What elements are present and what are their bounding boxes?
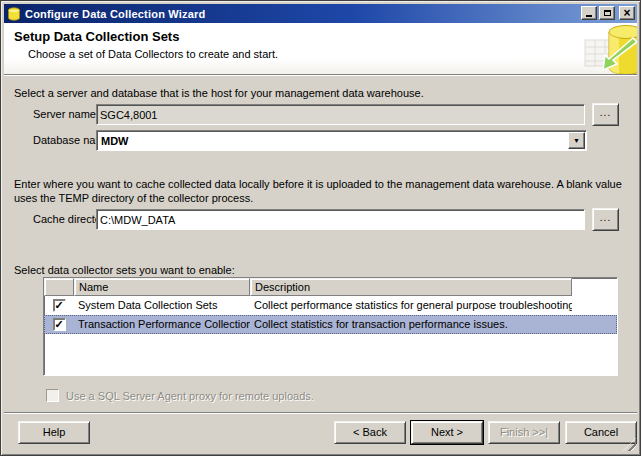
next-button[interactable]: Next >	[411, 421, 483, 444]
title-bar[interactable]: Configure Data Collection Wizard ×	[4, 4, 637, 23]
database-download-icon	[579, 24, 637, 74]
chevron-down-icon[interactable]: ▼	[568, 132, 585, 149]
proxy-checkbox	[46, 389, 59, 402]
row-checkbox[interactable]: ✓	[53, 318, 66, 331]
row-checkbox-cell: ✓	[44, 296, 74, 315]
row-name: System Data Collection Sets	[74, 296, 250, 315]
minimize-button[interactable]	[581, 6, 597, 20]
close-icon: ×	[623, 7, 630, 19]
server-instruction: Select a server and database that is the…	[14, 86, 614, 100]
close-button[interactable]: ×	[619, 6, 635, 20]
wizard-window: Configure Data Collection Wizard × Setup…	[0, 0, 641, 456]
row-description: Collect statistics for transaction perfo…	[250, 315, 572, 334]
back-button[interactable]: < Back	[334, 421, 406, 444]
column-header-name[interactable]: Name	[74, 278, 250, 296]
proxy-checkbox-row: Use a SQL Server Agent proxy for remote …	[46, 389, 314, 402]
cancel-button[interactable]: Cancel	[565, 421, 637, 444]
page-subtitle: Choose a set of Data Collectors to creat…	[28, 48, 278, 60]
column-header-checkbox[interactable]	[44, 278, 74, 296]
collector-table[interactable]: Name Description ✓System Data Collection…	[43, 277, 618, 376]
cache-directory-input[interactable]	[96, 209, 585, 230]
row-description: Collect performance statistics for gener…	[250, 296, 572, 315]
server-name-input[interactable]	[96, 104, 585, 125]
help-button[interactable]: Help	[18, 421, 90, 444]
collector-instruction: Select data collector sets you want to e…	[14, 263, 235, 277]
server-browse-button[interactable]: ...	[592, 103, 619, 126]
maximize-icon	[604, 10, 611, 16]
page-title: Setup Data Collection Sets	[14, 29, 179, 44]
database-icon	[7, 7, 21, 21]
header-divider	[4, 74, 637, 76]
row-checkbox[interactable]: ✓	[53, 299, 66, 312]
table-row[interactable]: ✓System Data Collection SetsCollect perf…	[44, 296, 617, 315]
minimize-icon	[586, 15, 592, 17]
proxy-checkbox-label: Use a SQL Server Agent proxy for remote …	[66, 390, 314, 402]
database-name-combobox[interactable]: MDW ▼	[96, 130, 587, 151]
wizard-header: Setup Data Collection Sets Choose a set …	[4, 23, 637, 74]
cache-instruction: Enter where you want to cache collected …	[14, 177, 626, 205]
database-name-value: MDW	[97, 135, 568, 147]
column-header-description[interactable]: Description	[250, 278, 572, 296]
finish-button: Finish >>|	[488, 421, 560, 444]
cache-browse-button[interactable]: ...	[592, 208, 619, 231]
screenshot-canvas: Configure Data Collection Wizard × Setup…	[0, 0, 644, 461]
row-name: Transaction Performance Collection ...	[74, 315, 250, 334]
collector-table-header: Name Description	[44, 278, 617, 296]
window-title: Configure Data Collection Wizard	[25, 8, 205, 20]
footer-divider	[4, 412, 637, 414]
maximize-button[interactable]	[599, 6, 615, 20]
server-name-label: Server name:	[33, 108, 99, 120]
table-row[interactable]: ✓Transaction Performance Collection ...C…	[44, 315, 617, 334]
collector-table-rows: ✓System Data Collection SetsCollect perf…	[44, 296, 617, 334]
row-checkbox-cell: ✓	[44, 315, 74, 334]
